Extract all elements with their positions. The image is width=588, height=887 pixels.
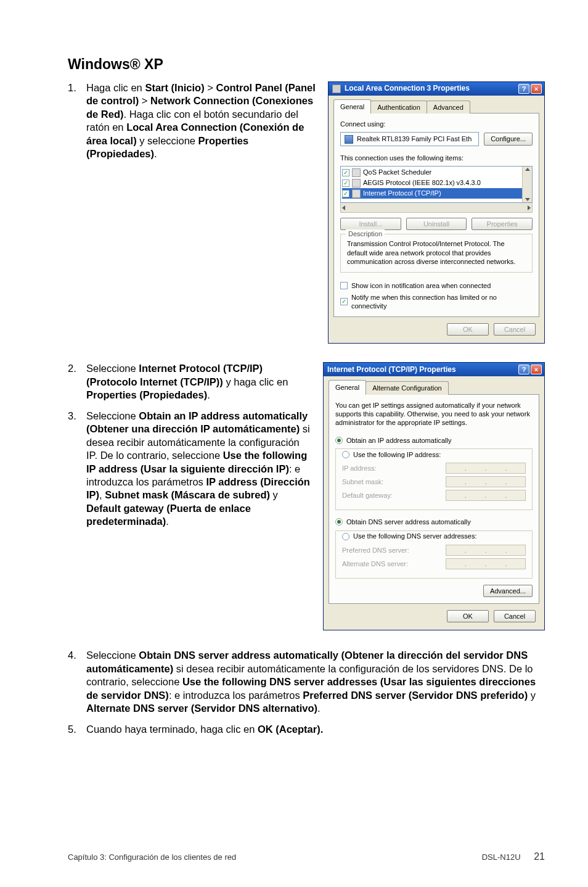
footer-page-number: 21 (534, 851, 545, 862)
scroll-up-icon[interactable] (525, 168, 530, 171)
list-item-selected[interactable]: ✓ Internet Protocol (TCP/IP) (342, 188, 531, 199)
step-number: 5. (68, 723, 79, 736)
use-following-dns-radio[interactable]: Use the following DNS server addresses: (340, 532, 480, 540)
radio-label: Use the following DNS server addresses: (353, 532, 477, 540)
preferred-dns-input: ... (446, 545, 526, 556)
checkbox-icon[interactable]: ✓ (342, 179, 349, 187)
text: y seleccione (137, 135, 198, 146)
radio-label: Obtain an IP address automatically (346, 436, 451, 445)
use-following-ip-fieldset: Use the following IP address: IP address… (335, 448, 533, 510)
properties-button[interactable]: Properties (472, 218, 533, 230)
page-title: Windows® XP (68, 56, 545, 74)
footer-model: DSL-N12U (482, 852, 521, 862)
help-button[interactable]: ? (518, 84, 529, 94)
cancel-button[interactable]: Cancel (494, 323, 536, 336)
titlebar[interactable]: Local Area Connection 3 Properties ? × (329, 82, 544, 96)
radio-label: Obtain DNS server address automatically (346, 518, 471, 526)
step-1: 1. Haga clic en Start (Inicio) > Control… (68, 81, 316, 161)
text: Seleccione (86, 410, 139, 421)
alternate-dns-label: Alternate DNS server: (342, 559, 408, 568)
checkbox-icon[interactable]: ✓ (342, 190, 349, 197)
text: Haga clic en (86, 82, 145, 93)
text-bold: Preferred DNS server (Servidor DNS prefe… (303, 690, 528, 701)
network-adapter-icon (345, 135, 353, 144)
text: . (154, 148, 157, 159)
step-number: 2. (68, 362, 79, 402)
text: y haga clic en (223, 376, 288, 387)
radio-icon[interactable] (342, 533, 349, 540)
obtain-dns-auto-radio[interactable]: Obtain DNS server address automatically (335, 518, 533, 526)
connection-items-listbox[interactable]: ✓ QoS Packet Scheduler ✓ AEGIS Protocol … (340, 166, 533, 203)
checkbox-label: Show icon in notification area when conn… (351, 281, 491, 290)
ip-address-label: IP address: (342, 464, 376, 472)
advanced-button[interactable]: Advanced... (483, 585, 533, 597)
obtain-ip-auto-radio[interactable]: Obtain an IP address automatically (335, 436, 533, 445)
ip-address-input: ... (446, 463, 526, 474)
radio-icon[interactable] (342, 451, 349, 458)
vertical-scrollbar[interactable] (522, 167, 532, 202)
close-button[interactable]: × (531, 365, 542, 374)
intro-text: You can get IP settings assigned automat… (335, 401, 533, 427)
scroll-right-icon[interactable] (528, 205, 531, 210)
window-icon (332, 85, 341, 93)
text-bold: Subnet mask (Máscara de subred) (105, 489, 270, 500)
install-button[interactable]: Install... (340, 218, 401, 230)
step-number: 1. (68, 81, 79, 161)
text: > (139, 95, 150, 106)
horizontal-scrollbar[interactable] (340, 203, 533, 213)
step-number: 4. (68, 649, 79, 715)
tab-general[interactable]: General (329, 380, 366, 394)
notify-checkbox-row[interactable]: ✓ Notify me when this connection has lim… (340, 293, 533, 311)
tab-advanced[interactable]: Advanced (427, 101, 470, 113)
checkbox-icon[interactable] (340, 282, 348, 289)
close-button[interactable]: × (531, 84, 542, 94)
list-item-label: AEGIS Protocol (IEEE 802.1x) v3.4.3.0 (363, 178, 481, 187)
text-bold: Alternate DNS server (Servidor DNS alter… (86, 703, 317, 714)
scroll-down-icon[interactable] (525, 198, 530, 201)
text-bold: Start (Inicio) (145, 82, 204, 93)
page-footer: Capítulo 3: Configuración de los cliente… (68, 851, 545, 864)
list-item[interactable]: ✓ QoS Packet Scheduler (342, 167, 531, 178)
text: Cuando haya terminado, haga clic en (86, 724, 258, 735)
text: . (166, 516, 169, 527)
step-3: 3. Seleccione Obtain an IP address autom… (68, 410, 311, 529)
scroll-left-icon[interactable] (342, 205, 345, 210)
titlebar[interactable]: Internet Protocol (TCP/IP) Properties ? … (324, 363, 544, 376)
radio-icon[interactable] (335, 437, 343, 444)
ok-button[interactable]: OK (447, 610, 489, 622)
default-gateway-input: ... (446, 490, 526, 501)
step-2: 2. Seleccione Internet Protocol (TCP/IP)… (68, 362, 311, 402)
text: y (270, 489, 278, 500)
ok-button[interactable]: OK (447, 323, 489, 336)
footer-chapter: Capítulo 3: Configuración de los cliente… (68, 852, 236, 863)
text: . (207, 389, 210, 400)
use-following-dns-fieldset: Use the following DNS server addresses: … (335, 530, 533, 579)
show-icon-checkbox-row[interactable]: Show icon in notification area when conn… (340, 281, 533, 290)
preferred-dns-label: Preferred DNS server: (342, 546, 409, 555)
uninstall-button[interactable]: Uninstall (406, 218, 467, 230)
tab-authentication[interactable]: Authentication (370, 101, 427, 113)
step-5: 5. Cuando haya terminado, haga clic en O… (68, 723, 545, 736)
text-bold: Properties (Propiedades) (86, 389, 207, 400)
text: Seleccione (86, 363, 139, 374)
use-following-ip-radio[interactable]: Use the following IP address: (340, 450, 443, 459)
cancel-button[interactable]: Cancel (494, 610, 536, 622)
step-number: 3. (68, 410, 79, 529)
text-bold: OK (Aceptar). (258, 724, 323, 735)
tab-alternate-configuration[interactable]: Alternate Configuration (365, 381, 449, 394)
configure-button[interactable]: Configure... (484, 133, 533, 145)
checkbox-icon[interactable]: ✓ (342, 169, 349, 176)
tab-general[interactable]: General (333, 99, 371, 113)
radio-icon[interactable] (335, 518, 343, 526)
alternate-dns-input: ... (446, 558, 526, 569)
radio-label: Use the following IP address: (353, 450, 441, 459)
checkbox-label: Notify me when this connection has limit… (351, 293, 533, 311)
list-item[interactable]: ✓ AEGIS Protocol (IEEE 802.1x) v3.4.3.0 (342, 178, 531, 188)
help-button[interactable]: ? (518, 365, 529, 374)
tcpip-properties-dialog: Internet Protocol (TCP/IP) Properties ? … (323, 362, 545, 630)
text: y (528, 690, 536, 701)
text: > (205, 82, 216, 93)
text: . (317, 703, 321, 714)
local-area-connection-properties-dialog: Local Area Connection 3 Properties ? × G… (328, 81, 545, 344)
checkbox-icon[interactable]: ✓ (340, 298, 348, 305)
